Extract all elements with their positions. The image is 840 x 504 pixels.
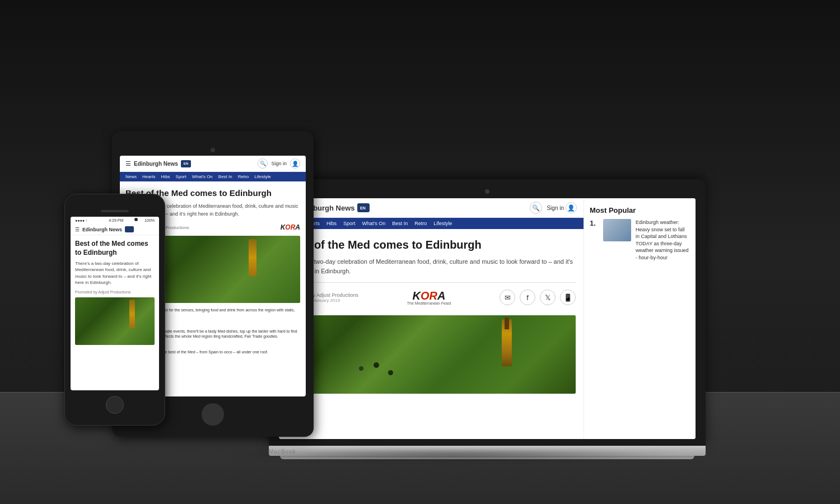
macbook-header-right: 🔍 Sign in 👤 [530, 202, 577, 214]
tablet-search-button[interactable]: 🔍 [258, 158, 268, 169]
popular-thumb [603, 219, 631, 241]
logo-badge: EN [357, 203, 370, 212]
tablet-nav-bestin[interactable]: Best In [218, 174, 232, 179]
phone-body: ●●●● ↑ 4:29 PM 100% ☰ Edinburgh News Bes… [64, 194, 165, 426]
email-share-icon[interactable]: ✉ [500, 290, 515, 305]
macbook-search-button[interactable]: 🔍 [530, 202, 542, 214]
kora-r: R [430, 290, 437, 302]
tablet-hamburger-icon[interactable]: ☰ [125, 160, 131, 167]
phone-promo: Promoted by Adjust Productions [75, 290, 155, 294]
nav-item-lifestyle[interactable]: Lifestyle [433, 221, 452, 226]
bottle-neck [505, 318, 509, 329]
tablet-nav-hibs[interactable]: Hibs [161, 174, 170, 179]
phone-home-button[interactable] [106, 396, 124, 414]
tablet-header-left: ☰ Edinburgh News EN [125, 160, 191, 167]
tablet-signin-button[interactable]: Sign in [271, 161, 287, 166]
kora-logo-text: KORA [407, 290, 451, 301]
phone-logo-badge [125, 226, 134, 232]
phone-header: ☰ Edinburgh News [71, 224, 159, 235]
nav-item-bestin[interactable]: Best In [392, 221, 408, 226]
phone-top [71, 210, 159, 212]
macbook-main-content: ☰ Edinburgh News EN [279, 198, 584, 439]
macbook-article-subtitle: There's a two-day celebration of Mediter… [287, 257, 576, 283]
phone-hamburger-icon[interactable]: ☰ [75, 227, 80, 232]
popular-item-num: 1. [590, 219, 599, 227]
phone-device: ●●●● ↑ 4:29 PM 100% ☰ Edinburgh News Bes… [64, 194, 165, 426]
macbook-user-icon: 👤 [566, 202, 577, 213]
macbook-header: ☰ Edinburgh News EN [279, 198, 584, 218]
olive-scene [287, 315, 576, 394]
tablet-header: ☰ Edinburgh News EN 🔍 Sign in 👤 [120, 156, 306, 172]
phone-speaker [101, 210, 129, 212]
phone-status-bar: ●●●● ↑ 4:29 PM 100% [71, 217, 159, 224]
phone-article-subtitle: There's a two-day celebration of Mediter… [75, 260, 155, 286]
whatsapp-share-icon[interactable]: 📱 [560, 290, 576, 305]
image-bg [287, 315, 576, 394]
macbook-device: ☰ Edinburgh News EN [269, 179, 706, 459]
phone-logo-text: Edinburgh News [82, 227, 122, 232]
scene: ☰ Edinburgh News EN [0, 0, 840, 504]
olive-berry-2 [359, 366, 363, 371]
kora-sublabel: The Mediterranean Feast [407, 301, 451, 305]
phone-time: 4:29 PM [109, 218, 123, 222]
popular-item-1: 1. Edinburgh weather: Heavy snow set to … [590, 219, 690, 262]
macbook-screen-outer: ☰ Edinburgh News EN [269, 179, 706, 446]
phone-camera [134, 218, 138, 221]
macbook-sidebar: Most Popular 1. Edinburgh weather: Heavy… [584, 198, 696, 439]
twitter-share-icon[interactable]: 𝕏 [540, 290, 556, 305]
facebook-share-icon[interactable]: f [520, 290, 535, 305]
phone-article-title: Best of the Med comes to Edinburgh [75, 240, 155, 257]
tablet-nav-news[interactable]: News [125, 174, 137, 179]
tablet-logo-badge: EN [181, 160, 191, 167]
tablet-nav-whatson[interactable]: What's On [192, 174, 213, 179]
tablet-nav: News Hearts Hibs Sport What's On Best In… [120, 172, 306, 181]
phone-image-bg [75, 297, 155, 345]
popular-item-text: Edinburgh weather: Heavy snow set to fal… [636, 219, 690, 262]
kora-a: A [437, 290, 445, 302]
tablet-user-icon[interactable]: 👤 [290, 158, 300, 169]
svg-text:EN: EN [360, 206, 366, 210]
macbook-article-content: Best of the Med comes to Edinburgh There… [279, 229, 584, 399]
nav-item-retro[interactable]: Retro [414, 221, 427, 226]
phone-article-content: Best of the Med comes to Edinburgh There… [71, 235, 159, 349]
device-shadow [224, 449, 683, 460]
macbook-camera [485, 189, 489, 194]
phone-battery: 100% [144, 218, 155, 222]
olive-berry-3 [388, 370, 393, 375]
tablet-badge-text: EN [184, 162, 188, 165]
kora-k: K [413, 290, 421, 302]
tablet-nav-retro[interactable]: Retro [238, 174, 249, 179]
tablet-kora-logo: KORA [281, 223, 300, 231]
phone-bottle [129, 300, 135, 328]
macbook-screen: ☰ Edinburgh News EN [279, 198, 696, 439]
tablet-nav-lifestyle[interactable]: Lifestyle [254, 174, 270, 179]
macbook-signin-button[interactable]: Sign in 👤 [547, 202, 577, 213]
nav-item-hibs[interactable]: Hibs [326, 221, 337, 226]
tablet-logo-text: Edinburgh News [134, 161, 178, 167]
macbook-social-icons: ✉ f 𝕏 📱 [500, 290, 576, 305]
macbook-article-title: Best of the Med comes to Edinburgh [287, 238, 576, 251]
nav-item-sport[interactable]: Sport [343, 221, 356, 226]
tablet-nav-sport[interactable]: Sport [176, 174, 186, 179]
phone-article-image [75, 297, 155, 345]
macbook-kora-logo: KORA The Mediterranean Feast [407, 290, 451, 305]
macbook-nav: News Hearts Hibs Sport What's On Best In… [279, 218, 584, 229]
macbook-website: ☰ Edinburgh News EN [279, 198, 696, 439]
kora-o: O [421, 290, 430, 302]
phone-carrier: ●●●● ↑ [75, 218, 87, 222]
tablet-camera [211, 148, 215, 152]
macbook-article-image [287, 315, 576, 394]
tablet-home-button[interactable] [202, 403, 224, 426]
nav-item-whatson[interactable]: What's On [362, 221, 386, 226]
phone-screen: ●●●● ↑ 4:29 PM 100% ☰ Edinburgh News Bes… [71, 217, 159, 390]
olive-berry-1 [374, 362, 379, 368]
tablet-bottle [249, 239, 256, 276]
most-popular-title: Most Popular [590, 206, 690, 214]
macbook-promo-row: Promoted by Adjust Productions Thursday … [287, 290, 576, 310]
tablet-header-right: 🔍 Sign in 👤 [258, 158, 300, 169]
tablet-nav-hearts[interactable]: Hearts [142, 174, 156, 179]
